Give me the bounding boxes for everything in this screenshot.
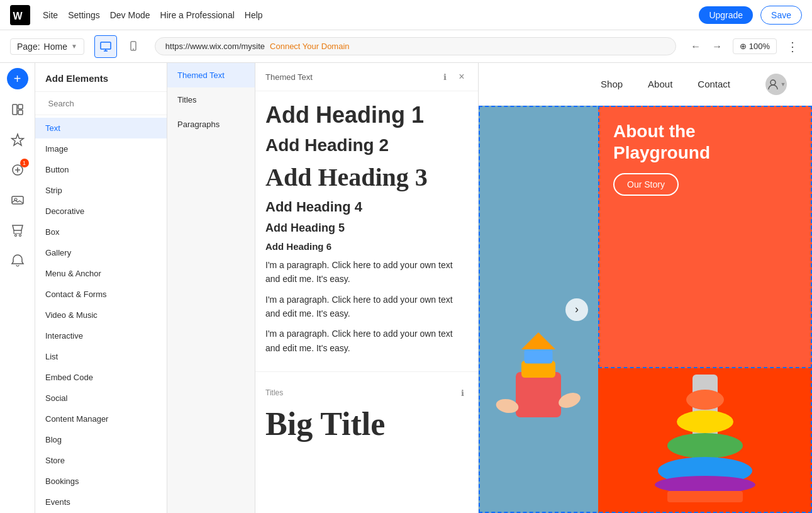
panel-item-interactive[interactable]: Interactive bbox=[35, 325, 167, 346]
preview-inner: Shop About Contact ▼ bbox=[479, 63, 812, 513]
paragraph-2-preview[interactable]: I'm a paragraph. Click here to add your … bbox=[265, 293, 468, 321]
design-panel-button[interactable] bbox=[4, 126, 31, 154]
panel-item-list[interactable]: List bbox=[35, 346, 167, 367]
panel-item-embed-code[interactable]: Embed Code bbox=[35, 367, 167, 388]
svg-rect-20 bbox=[516, 372, 561, 417]
upgrade-button[interactable]: Upgrade bbox=[699, 6, 753, 24]
nav-arrows: ← → bbox=[686, 37, 726, 56]
chevron-down-icon: ▼ bbox=[71, 43, 77, 50]
svg-point-14 bbox=[19, 235, 21, 237]
panel-item-image[interactable]: Image bbox=[35, 138, 167, 159]
store-panel-button[interactable] bbox=[4, 217, 31, 244]
heading-3-preview[interactable]: Add Heading 3 bbox=[265, 162, 468, 193]
mobile-view-button[interactable] bbox=[122, 35, 145, 58]
apps-badge: 1 bbox=[20, 159, 29, 167]
info-icon[interactable]: ℹ bbox=[439, 71, 450, 82]
heading-1-preview[interactable]: Add Heading 1 bbox=[265, 101, 468, 128]
user-avatar[interactable]: ▼ bbox=[765, 74, 787, 95]
add-elements-panel: Add Elements ? Text Image Button Strip D… bbox=[35, 63, 167, 513]
redo-button[interactable]: → bbox=[708, 37, 726, 56]
pages-panel-button[interactable] bbox=[4, 96, 31, 123]
toy-image-bottom bbox=[598, 368, 812, 513]
headings-section: Add Heading 1 Add Heading 2 Add Heading … bbox=[255, 91, 478, 366]
panel-item-button[interactable]: Button bbox=[35, 159, 167, 180]
heading-4-preview[interactable]: Add Heading 4 bbox=[265, 199, 468, 215]
sub-panel-item-titles[interactable]: Titles bbox=[167, 87, 255, 112]
close-panel-button[interactable]: × bbox=[455, 70, 468, 83]
url-bar: https://www.wix.com/mysite Connect Your … bbox=[155, 37, 676, 55]
save-button[interactable]: Save bbox=[760, 6, 802, 25]
panel-item-decorative[interactable]: Decorative bbox=[35, 201, 167, 222]
paragraph-1-preview[interactable]: I'm a paragraph. Click here to add your … bbox=[265, 258, 468, 286]
nav-site[interactable]: Site bbox=[43, 10, 58, 20]
svg-point-31 bbox=[655, 476, 755, 493]
left-toolbar: + 1 bbox=[0, 63, 35, 513]
notifications-icon bbox=[11, 254, 25, 268]
undo-button[interactable]: ← bbox=[686, 37, 705, 56]
panel-item-store[interactable]: Store bbox=[35, 450, 167, 471]
carousel-next-button[interactable]: › bbox=[565, 298, 588, 321]
our-story-button[interactable]: Our Story bbox=[613, 173, 679, 196]
svg-point-27 bbox=[686, 390, 724, 410]
user-icon bbox=[767, 78, 779, 91]
svg-rect-2 bbox=[101, 42, 111, 49]
nav-dev-mode[interactable]: Dev Mode bbox=[110, 10, 150, 20]
site-hero-left: › bbox=[479, 106, 598, 513]
svg-rect-11 bbox=[12, 196, 23, 204]
search-input[interactable] bbox=[48, 99, 154, 108]
panel-item-blog[interactable]: Blog bbox=[35, 429, 167, 450]
panel-item-box[interactable]: Box bbox=[35, 222, 167, 242]
nav-settings[interactable]: Settings bbox=[68, 10, 100, 20]
heading-6-preview[interactable]: Add Heading 6 bbox=[265, 241, 468, 252]
panel-item-gallery[interactable]: Gallery bbox=[35, 242, 167, 263]
panel-item-events[interactable]: Events bbox=[35, 492, 167, 512]
heading-2-preview[interactable]: Add Heading 2 bbox=[265, 135, 468, 156]
panel-item-strip[interactable]: Strip bbox=[35, 180, 167, 201]
chevron-down-icon-nav: ▼ bbox=[781, 81, 786, 87]
page-selector[interactable]: Page: Home ▼ bbox=[10, 38, 84, 55]
panel-item-social[interactable]: Social bbox=[35, 388, 167, 409]
nav-hire-professional[interactable]: Hire a Professional bbox=[160, 10, 235, 20]
nav-contact[interactable]: Contact bbox=[698, 79, 730, 89]
connect-domain-link[interactable]: Connect Your Domain bbox=[270, 42, 349, 51]
desktop-view-button[interactable] bbox=[94, 35, 117, 58]
site-navbar: Shop About Contact ▼ bbox=[479, 63, 812, 106]
main-area: + 1 bbox=[0, 63, 812, 513]
nav-about[interactable]: About bbox=[648, 79, 672, 89]
heading-5-preview[interactable]: Add Heading 5 bbox=[265, 222, 468, 235]
store-icon bbox=[11, 223, 25, 237]
panel-item-bookings[interactable]: Bookings bbox=[35, 471, 167, 492]
paragraph-3-preview[interactable]: I'm a paragraph. Click here to add your … bbox=[265, 327, 468, 355]
panel-item-text[interactable]: Text bbox=[35, 118, 167, 138]
panel-item-menu-anchor[interactable]: Menu & Anchor bbox=[35, 263, 167, 284]
top-bar-right: Upgrade Save bbox=[699, 6, 802, 25]
site-content: › About the Playground Our Story bbox=[479, 106, 812, 513]
panel-item-content-manager[interactable]: Content Manager bbox=[35, 409, 167, 429]
search-icon bbox=[43, 98, 43, 108]
panel-item-contact-forms[interactable]: Contact & Forms bbox=[35, 284, 167, 305]
media-panel-button[interactable] bbox=[4, 186, 31, 214]
nav-shop[interactable]: Shop bbox=[601, 79, 623, 89]
sub-panel-item-themed-text[interactable]: Themed Text bbox=[167, 63, 255, 87]
svg-rect-22 bbox=[525, 349, 553, 364]
titles-section-header: Titles ℹ bbox=[265, 387, 468, 398]
svg-rect-9 bbox=[18, 110, 23, 115]
pages-icon bbox=[11, 103, 25, 116]
page-name: Home bbox=[44, 42, 67, 52]
add-elements-button[interactable]: + bbox=[7, 68, 28, 89]
panel-title: Add Elements bbox=[45, 73, 108, 84]
notifications-panel-button[interactable] bbox=[4, 247, 31, 274]
svg-rect-7 bbox=[13, 104, 17, 115]
panel-item-video-music[interactable]: Video & Music bbox=[35, 305, 167, 325]
content-panel-header: Themed Text ℹ × bbox=[255, 63, 478, 91]
apps-panel-button[interactable]: 1 bbox=[4, 156, 31, 184]
svg-point-13 bbox=[14, 235, 16, 237]
nav-help[interactable]: Help bbox=[245, 10, 263, 20]
titles-info-icon[interactable]: ℹ bbox=[457, 387, 468, 398]
more-options-button[interactable]: ⋮ bbox=[783, 37, 802, 56]
svg-point-28 bbox=[677, 410, 733, 433]
big-title-preview[interactable]: Big Title bbox=[265, 406, 468, 442]
sub-panel-item-paragraphs[interactable]: Paragraphs bbox=[167, 112, 255, 137]
zoom-indicator[interactable]: ⊕ 100% bbox=[733, 38, 777, 54]
content-panel: Themed Text ℹ × Add Heading 1 Add Headin… bbox=[255, 63, 479, 513]
